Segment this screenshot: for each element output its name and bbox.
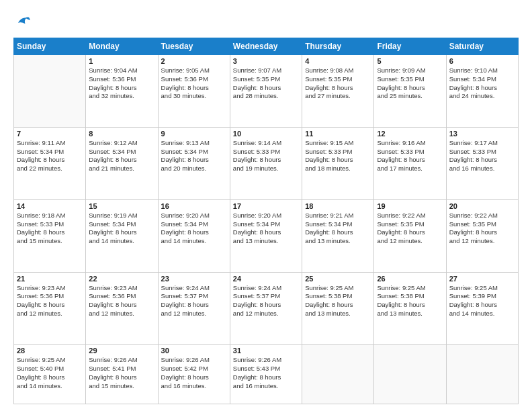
logo-icon: [13, 12, 32, 31]
day-info: Sunrise: 9:24 AM Sunset: 5:37 PM Dayligh…: [233, 284, 299, 318]
calendar-cell: 19Sunrise: 9:22 AM Sunset: 5:35 PM Dayli…: [374, 199, 446, 272]
calendar-cell: 1Sunrise: 9:04 AM Sunset: 5:36 PM Daylig…: [86, 55, 158, 128]
calendar-cell: [302, 345, 374, 404]
day-number: 15: [89, 202, 154, 210]
day-info: Sunrise: 9:25 AM Sunset: 5:40 PM Dayligh…: [17, 356, 83, 390]
day-number: 14: [17, 202, 83, 210]
day-info: Sunrise: 9:26 AM Sunset: 5:43 PM Dayligh…: [233, 356, 299, 390]
day-info: Sunrise: 9:13 AM Sunset: 5:34 PM Dayligh…: [161, 139, 227, 173]
day-info: Sunrise: 9:22 AM Sunset: 5:35 PM Dayligh…: [449, 212, 515, 246]
day-info: Sunrise: 9:18 AM Sunset: 5:33 PM Dayligh…: [17, 212, 83, 246]
day-number: 24: [233, 275, 299, 283]
day-number: 19: [377, 202, 443, 210]
day-info: Sunrise: 9:09 AM Sunset: 5:35 PM Dayligh…: [377, 66, 443, 101]
day-number: 10: [233, 130, 299, 138]
day-number: 16: [161, 202, 227, 210]
calendar-cell: 10Sunrise: 9:14 AM Sunset: 5:33 PM Dayli…: [230, 127, 302, 199]
day-number: 17: [233, 202, 299, 210]
calendar-cell: 21Sunrise: 9:23 AM Sunset: 5:36 PM Dayli…: [14, 272, 86, 345]
day-info: Sunrise: 9:05 AM Sunset: 5:36 PM Dayligh…: [161, 66, 227, 101]
day-number: 21: [17, 275, 83, 283]
calendar-cell: 22Sunrise: 9:23 AM Sunset: 5:36 PM Dayli…: [86, 272, 158, 345]
calendar-header-wednesday: Wednesday: [230, 38, 302, 55]
day-number: 4: [305, 57, 371, 65]
calendar-header-row: SundayMondayTuesdayWednesdayThursdayFrid…: [14, 38, 519, 55]
day-info: Sunrise: 9:11 AM Sunset: 5:34 PM Dayligh…: [17, 139, 83, 173]
day-number: 29: [89, 347, 154, 355]
calendar-cell: 5Sunrise: 9:09 AM Sunset: 5:35 PM Daylig…: [374, 55, 446, 128]
calendar-cell: [14, 55, 86, 128]
day-number: 12: [377, 130, 443, 138]
calendar-cell: 9Sunrise: 9:13 AM Sunset: 5:34 PM Daylig…: [158, 127, 230, 199]
calendar-header-sunday: Sunday: [14, 38, 86, 55]
calendar-cell: 4Sunrise: 9:08 AM Sunset: 5:35 PM Daylig…: [302, 55, 374, 128]
day-info: Sunrise: 9:21 AM Sunset: 5:34 PM Dayligh…: [305, 212, 371, 246]
day-number: 26: [377, 275, 443, 283]
day-info: Sunrise: 9:20 AM Sunset: 5:34 PM Dayligh…: [233, 212, 299, 246]
day-info: Sunrise: 9:25 AM Sunset: 5:39 PM Dayligh…: [449, 284, 515, 318]
day-info: Sunrise: 9:26 AM Sunset: 5:41 PM Dayligh…: [89, 356, 154, 390]
calendar-week-2: 7Sunrise: 9:11 AM Sunset: 5:34 PM Daylig…: [14, 127, 519, 199]
day-info: Sunrise: 9:15 AM Sunset: 5:33 PM Dayligh…: [305, 139, 371, 173]
logo: [13, 12, 35, 31]
day-info: Sunrise: 9:17 AM Sunset: 5:33 PM Dayligh…: [449, 139, 515, 173]
day-number: 30: [161, 347, 227, 355]
day-number: 28: [17, 347, 83, 355]
calendar-cell: 15Sunrise: 9:19 AM Sunset: 5:34 PM Dayli…: [86, 199, 158, 272]
calendar-cell: 7Sunrise: 9:11 AM Sunset: 5:34 PM Daylig…: [14, 127, 86, 199]
day-info: Sunrise: 9:25 AM Sunset: 5:38 PM Dayligh…: [305, 284, 371, 318]
calendar-cell: 30Sunrise: 9:26 AM Sunset: 5:42 PM Dayli…: [158, 345, 230, 404]
calendar-header-saturday: Saturday: [446, 38, 518, 55]
day-info: Sunrise: 9:10 AM Sunset: 5:34 PM Dayligh…: [449, 66, 515, 101]
day-number: 5: [377, 57, 443, 65]
calendar-table: SundayMondayTuesdayWednesdayThursdayFrid…: [13, 38, 519, 404]
day-info: Sunrise: 9:12 AM Sunset: 5:34 PM Dayligh…: [89, 139, 154, 173]
header: [13, 12, 519, 31]
calendar-cell: 28Sunrise: 9:25 AM Sunset: 5:40 PM Dayli…: [14, 345, 86, 404]
calendar-cell: 29Sunrise: 9:26 AM Sunset: 5:41 PM Dayli…: [86, 345, 158, 404]
day-number: 8: [89, 130, 154, 138]
day-info: Sunrise: 9:23 AM Sunset: 5:36 PM Dayligh…: [17, 284, 83, 318]
calendar-week-5: 28Sunrise: 9:25 AM Sunset: 5:40 PM Dayli…: [14, 345, 519, 404]
calendar-header-tuesday: Tuesday: [158, 38, 230, 55]
calendar-header-friday: Friday: [374, 38, 446, 55]
calendar-cell: 25Sunrise: 9:25 AM Sunset: 5:38 PM Dayli…: [302, 272, 374, 345]
day-number: 23: [161, 275, 227, 283]
calendar-cell: 8Sunrise: 9:12 AM Sunset: 5:34 PM Daylig…: [86, 127, 158, 199]
day-info: Sunrise: 9:19 AM Sunset: 5:34 PM Dayligh…: [89, 212, 154, 246]
calendar-cell: 18Sunrise: 9:21 AM Sunset: 5:34 PM Dayli…: [302, 199, 374, 272]
calendar-cell: 20Sunrise: 9:22 AM Sunset: 5:35 PM Dayli…: [446, 199, 518, 272]
day-info: Sunrise: 9:07 AM Sunset: 5:35 PM Dayligh…: [233, 66, 299, 101]
day-number: 7: [17, 130, 83, 138]
day-number: 3: [233, 57, 299, 65]
day-number: 13: [449, 130, 515, 138]
calendar-week-4: 21Sunrise: 9:23 AM Sunset: 5:36 PM Dayli…: [14, 272, 519, 345]
calendar-cell: [374, 345, 446, 404]
day-info: Sunrise: 9:14 AM Sunset: 5:33 PM Dayligh…: [233, 139, 299, 173]
calendar-header-monday: Monday: [86, 38, 158, 55]
calendar-cell: 14Sunrise: 9:18 AM Sunset: 5:33 PM Dayli…: [14, 199, 86, 272]
day-number: 22: [89, 275, 154, 283]
calendar-cell: 11Sunrise: 9:15 AM Sunset: 5:33 PM Dayli…: [302, 127, 374, 199]
calendar-cell: 6Sunrise: 9:10 AM Sunset: 5:34 PM Daylig…: [446, 55, 518, 128]
day-info: Sunrise: 9:04 AM Sunset: 5:36 PM Dayligh…: [89, 66, 154, 101]
calendar-cell: 26Sunrise: 9:25 AM Sunset: 5:38 PM Dayli…: [374, 272, 446, 345]
calendar-week-1: 1Sunrise: 9:04 AM Sunset: 5:36 PM Daylig…: [14, 55, 519, 128]
day-number: 2: [161, 57, 227, 65]
day-number: 9: [161, 130, 227, 138]
day-number: 20: [449, 202, 515, 210]
day-info: Sunrise: 9:22 AM Sunset: 5:35 PM Dayligh…: [377, 212, 443, 246]
day-info: Sunrise: 9:23 AM Sunset: 5:36 PM Dayligh…: [89, 284, 154, 318]
day-number: 1: [89, 57, 154, 65]
calendar-week-3: 14Sunrise: 9:18 AM Sunset: 5:33 PM Dayli…: [14, 199, 519, 272]
page: SundayMondayTuesdayWednesdayThursdayFrid…: [0, 0, 532, 411]
calendar-cell: 23Sunrise: 9:24 AM Sunset: 5:37 PM Dayli…: [158, 272, 230, 345]
calendar-cell: 16Sunrise: 9:20 AM Sunset: 5:34 PM Dayli…: [158, 199, 230, 272]
day-info: Sunrise: 9:24 AM Sunset: 5:37 PM Dayligh…: [161, 284, 227, 318]
day-info: Sunrise: 9:25 AM Sunset: 5:38 PM Dayligh…: [377, 284, 443, 318]
day-number: 18: [305, 202, 371, 210]
calendar-cell: 17Sunrise: 9:20 AM Sunset: 5:34 PM Dayli…: [230, 199, 302, 272]
calendar-cell: 13Sunrise: 9:17 AM Sunset: 5:33 PM Dayli…: [446, 127, 518, 199]
calendar-cell: 2Sunrise: 9:05 AM Sunset: 5:36 PM Daylig…: [158, 55, 230, 128]
day-number: 27: [449, 275, 515, 283]
